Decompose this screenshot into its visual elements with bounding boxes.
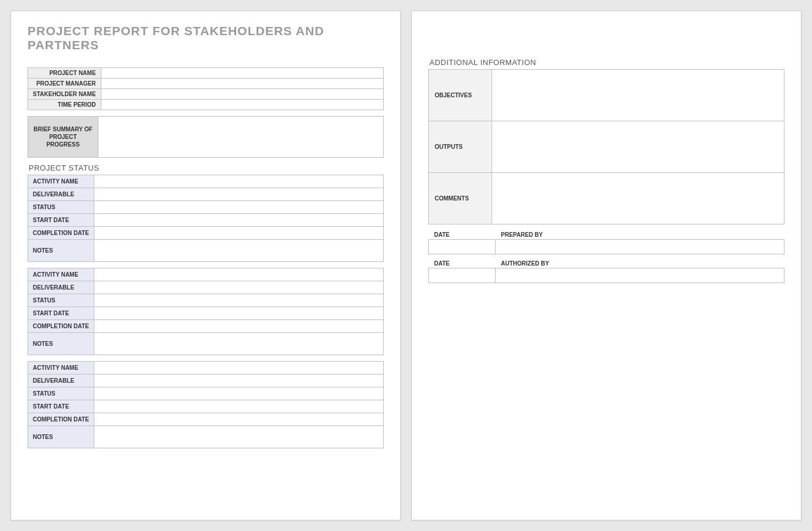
value-completion_date[interactable]	[94, 413, 383, 426]
label-project-manager: PROJECT MANAGER	[28, 79, 101, 89]
table-row: NOTES	[28, 426, 384, 448]
table-row: START DATE	[28, 214, 384, 227]
additional-info-table: OBJECTIVES OUTPUTS COMMENTS	[428, 69, 784, 224]
label-notes: NOTES	[28, 426, 94, 448]
value-activity_name[interactable]	[94, 175, 383, 188]
label-prepared-by: PREPARED BY	[495, 230, 784, 239]
label-deliverable: DELIVERABLE	[28, 188, 94, 201]
table-row: DELIVERABLE	[28, 375, 384, 387]
label-stakeholder-name: STAKEHOLDER NAME	[28, 89, 101, 100]
additional-info-heading: ADDITIONAL INFORMATION	[429, 58, 784, 67]
signoff-prepared: DATE PREPARED BY	[428, 230, 784, 254]
label-start_date: START DATE	[28, 400, 94, 413]
value-time-period[interactable]	[101, 100, 383, 110]
value-start_date[interactable]	[94, 307, 383, 320]
table-row: NOTES	[28, 240, 384, 262]
label-deliverable: DELIVERABLE	[28, 375, 94, 387]
signoff-authorized-row	[428, 268, 784, 283]
value-project-manager[interactable]	[101, 79, 383, 89]
table-row: ACTIVITY NAME	[28, 362, 384, 375]
label-notes: NOTES	[28, 333, 94, 355]
label-activity_name: ACTIVITY NAME	[28, 362, 94, 375]
label-completion_date: COMPLETION DATE	[28, 413, 94, 426]
table-row: STATUS	[28, 201, 384, 214]
label-project-name: PROJECT NAME	[28, 68, 101, 79]
row-project-name: PROJECT NAME	[28, 68, 384, 79]
table-row: DELIVERABLE	[28, 281, 384, 294]
signoff-prepared-header: DATE PREPARED BY	[428, 230, 784, 239]
page-title: PROJECT REPORT FOR STAKEHOLDERS AND PART…	[28, 24, 384, 52]
label-authorized-by: AUTHORIZED BY	[495, 259, 784, 268]
value-summary[interactable]	[98, 117, 384, 158]
value-notes[interactable]	[94, 333, 383, 355]
row-objectives: OBJECTIVES	[429, 70, 784, 121]
value-deliverable[interactable]	[94, 375, 383, 387]
activity-table: ACTIVITY NAMEDELIVERABLESTATUSSTART DATE…	[28, 175, 384, 262]
label-status: STATUS	[28, 294, 94, 307]
value-notes[interactable]	[94, 240, 383, 262]
value-prepared-date[interactable]	[429, 240, 496, 254]
activity-table: ACTIVITY NAMEDELIVERABLESTATUSSTART DATE…	[28, 268, 384, 355]
label-status: STATUS	[28, 387, 94, 400]
value-start_date[interactable]	[94, 400, 383, 413]
label-start_date: START DATE	[28, 214, 94, 227]
table-row: START DATE	[28, 307, 384, 320]
label-activity_name: ACTIVITY NAME	[28, 268, 94, 281]
project-status-heading: PROJECT STATUS	[29, 164, 384, 172]
value-project-name[interactable]	[101, 68, 383, 79]
page-left: PROJECT REPORT FOR STAKEHOLDERS AND PART…	[11, 11, 401, 520]
value-status[interactable]	[94, 201, 383, 214]
label-objectives: OBJECTIVES	[429, 70, 492, 121]
label-completion_date: COMPLETION DATE	[28, 320, 94, 333]
table-row: NOTES	[28, 333, 384, 355]
table-row: DELIVERABLE	[28, 188, 384, 201]
value-status[interactable]	[94, 294, 383, 307]
table-row: ACTIVITY NAME	[28, 268, 384, 281]
table-row: STATUS	[28, 294, 384, 307]
label-time-period: TIME PERIOD	[28, 100, 101, 110]
value-activity_name[interactable]	[94, 362, 383, 375]
label-completion_date: COMPLETION DATE	[28, 227, 94, 240]
value-comments[interactable]	[492, 173, 784, 224]
label-summary: BRIEF SUMMARY OF PROJECT PROGRESS	[28, 117, 98, 158]
activities-container: ACTIVITY NAMEDELIVERABLESTATUSSTART DATE…	[28, 175, 384, 448]
value-authorized-date[interactable]	[429, 268, 496, 282]
table-row: ACTIVITY NAME	[28, 175, 384, 188]
label-comments: COMMENTS	[429, 173, 492, 224]
label-outputs: OUTPUTS	[429, 121, 492, 173]
value-stakeholder-name[interactable]	[101, 89, 383, 100]
value-status[interactable]	[94, 387, 383, 400]
summary-table: BRIEF SUMMARY OF PROJECT PROGRESS	[28, 116, 384, 158]
value-completion_date[interactable]	[94, 227, 383, 240]
value-deliverable[interactable]	[94, 281, 383, 294]
signoff-authorized-header: DATE AUTHORIZED BY	[428, 259, 784, 268]
header-info-table: PROJECT NAME PROJECT MANAGER STAKEHOLDER…	[28, 67, 384, 110]
signoff-prepared-row	[428, 239, 784, 254]
label-activity_name: ACTIVITY NAME	[28, 175, 94, 188]
value-notes[interactable]	[94, 426, 383, 448]
label-start_date: START DATE	[28, 307, 94, 320]
row-outputs: OUTPUTS	[429, 121, 784, 173]
page-right: ADDITIONAL INFORMATION OBJECTIVES OUTPUT…	[411, 11, 801, 520]
row-comments: COMMENTS	[429, 173, 784, 224]
value-start_date[interactable]	[94, 214, 383, 227]
value-deliverable[interactable]	[94, 188, 383, 201]
value-prepared-by[interactable]	[496, 240, 784, 254]
label-authorized-date: DATE	[428, 259, 495, 268]
row-project-manager: PROJECT MANAGER	[28, 79, 384, 89]
table-row: STATUS	[28, 387, 384, 400]
row-time-period: TIME PERIOD	[28, 100, 384, 110]
row-summary: BRIEF SUMMARY OF PROJECT PROGRESS	[28, 117, 384, 158]
activity-table: ACTIVITY NAMEDELIVERABLESTATUSSTART DATE…	[28, 361, 384, 448]
label-status: STATUS	[28, 201, 94, 214]
value-activity_name[interactable]	[94, 268, 383, 281]
table-row: COMPLETION DATE	[28, 227, 384, 240]
value-completion_date[interactable]	[94, 320, 383, 333]
table-row: START DATE	[28, 400, 384, 413]
value-outputs[interactable]	[492, 121, 784, 173]
label-notes: NOTES	[28, 240, 94, 262]
value-authorized-by[interactable]	[496, 268, 784, 282]
signoff-authorized: DATE AUTHORIZED BY	[428, 259, 784, 283]
row-stakeholder-name: STAKEHOLDER NAME	[28, 89, 384, 100]
value-objectives[interactable]	[492, 70, 784, 121]
